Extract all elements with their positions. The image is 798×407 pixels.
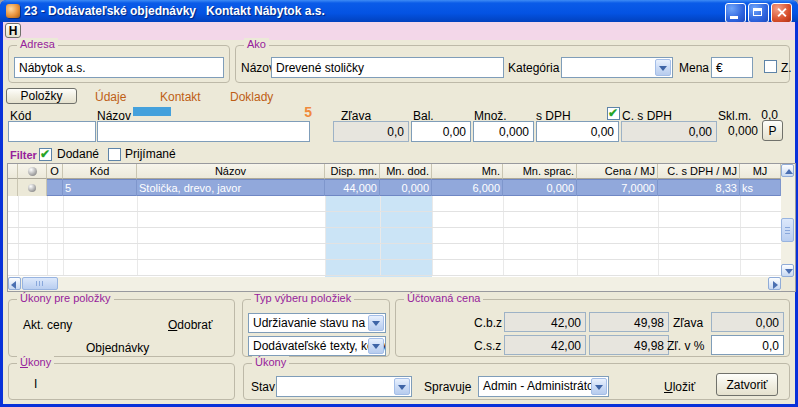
scroll-left-button[interactable] [8, 277, 21, 290]
col-nazov[interactable]: Názov [137, 164, 325, 179]
row-indicator-header[interactable] [8, 164, 18, 179]
vertical-scrollbar[interactable] [781, 164, 795, 277]
col-o[interactable]: O [47, 164, 63, 179]
maximize-button[interactable] [748, 3, 769, 23]
bal-field[interactable]: 0,00 [411, 121, 471, 142]
cell-kod: 5 [63, 179, 137, 196]
app-icon [6, 4, 20, 18]
scroll-right-button[interactable] [768, 277, 781, 290]
col-mn[interactable]: Mn. [432, 164, 503, 179]
sklm-label: Skl.m. [718, 109, 751, 123]
scroll-right-icon [773, 281, 778, 289]
cell-mn-dod: 0,000 [380, 179, 432, 196]
cell-nazov: Stolička, drevo, javor [137, 179, 325, 196]
col-kod[interactable]: Kód [63, 164, 137, 179]
prijimane-label: Prijímané [125, 147, 176, 161]
scroll-up-button[interactable] [781, 164, 794, 177]
tab-polozky[interactable]: Položky [6, 88, 77, 104]
text-cursor: I [34, 377, 37, 391]
tab-kontakt[interactable]: Kontakt [160, 90, 201, 104]
dodane-checkbox[interactable] [39, 148, 52, 161]
window-title: 23 - Dodávateľské objednávky Kontakt Náb… [24, 4, 325, 18]
objednavky-action[interactable]: Objednávky [86, 341, 149, 355]
ukony-polozky-group: Úkony pre položky Akt. ceny Odobrať Obje… [8, 299, 235, 357]
kod-input[interactable] [8, 121, 96, 142]
items-grid: O Kód Názov Disp. mn. Mn. dod. Mn. Mn. s… [7, 163, 796, 292]
nazov-input-entry[interactable] [97, 121, 310, 142]
zl-pct-label: Zľ. v % [667, 339, 705, 353]
csz-field-1: 42,00 [504, 335, 586, 355]
filter-label: Filter [10, 149, 37, 161]
uctovana-cena-label: Účtovaná cena [404, 292, 483, 304]
scroll-up-icon [785, 169, 793, 174]
ukony-right-label: Úkony [252, 356, 289, 368]
col-cena-mj[interactable]: Cena / MJ [577, 164, 658, 179]
supplier-texts-dropdown[interactable]: Dodávateľské texty, kódy [248, 336, 386, 356]
tab-udaje[interactable]: Údaje [95, 90, 126, 104]
mnoz-field[interactable]: 0,000 [473, 121, 534, 142]
typ-vyberu-group: Typ výberu položiek Udržiavanie stavu na… [242, 299, 390, 357]
col-mn-sprac[interactable]: Mn. sprac. [503, 164, 577, 179]
scrollbar-corner [781, 277, 795, 291]
vertical-scroll-thumb[interactable] [781, 218, 794, 242]
col-mj[interactable]: MJ [740, 164, 781, 179]
ukony-polozky-label: Úkony pre položky [17, 292, 114, 304]
horizontal-scroll-thumb[interactable] [22, 277, 58, 290]
stav-dropdown[interactable] [276, 376, 412, 397]
app-window: 23 - Dodávateľské objednávky Kontakt Náb… [0, 0, 798, 407]
zlava-field: 0,0 [333, 121, 409, 142]
cell-mn-sprac: 0,000 [503, 179, 577, 196]
zatvorit-button[interactable]: Zatvoriť [716, 373, 778, 396]
balloon-icon [28, 167, 37, 176]
sklm-value: 0,000 [712, 124, 758, 138]
z-checkbox[interactable] [764, 60, 777, 73]
adresa-group: Adresa Nábytok a.s. [8, 45, 230, 83]
col-disp-mn[interactable]: Disp. mn. [325, 164, 380, 179]
kategoria-label: Kategória [508, 61, 559, 75]
row-balloon-cell [18, 179, 47, 196]
col-c-s-dph-mj[interactable]: C. s DPH / MJ [658, 164, 740, 179]
cell-disp-mn: 44,000 [325, 179, 380, 196]
cell-cena-mj: 7,0000 [577, 179, 658, 196]
stock-mode-dropdown[interactable]: Udržiavanie stavu na skl [248, 313, 386, 333]
ako-group-label: Ako [244, 38, 269, 50]
sdph-field[interactable]: 0,00 [536, 121, 619, 142]
table-row[interactable]: 5 Stolička, drevo, javor 44,000 0,000 6,… [8, 179, 781, 196]
horizontal-scrollbar[interactable] [8, 277, 781, 291]
minimize-button[interactable] [725, 3, 746, 23]
cbz-label: C.b.z [474, 316, 502, 330]
odobrat-action[interactable]: Odobrať [168, 318, 213, 332]
maximize-icon [753, 8, 762, 16]
close-icon [776, 7, 787, 18]
ulozit-action[interactable]: Uložiť [664, 380, 695, 394]
adresa-input[interactable]: Nábytok a.s. [14, 57, 224, 78]
ako-group: Ako Názov Drevené stoličky Kategória Men… [235, 45, 790, 83]
items-table: O Kód Názov Disp. mn. Mn. dod. Mn. Mn. s… [8, 164, 781, 277]
balloon-icon [28, 184, 36, 192]
mena-input[interactable]: € [711, 57, 753, 78]
table-header: O Kód Názov Disp. mn. Mn. dod. Mn. Mn. s… [8, 164, 781, 179]
typ-vyberu-label: Typ výberu položiek [251, 292, 354, 304]
nazov-label: Názov [241, 61, 275, 75]
p-button[interactable]: P [762, 120, 783, 141]
kategoria-dropdown[interactable] [561, 57, 673, 78]
ukony-left-group: Úkony I [8, 363, 235, 400]
mena-label: Mena [679, 61, 709, 75]
zl-pct-input[interactable]: 0,0 [711, 335, 784, 355]
cell-mn: 6,000 [432, 179, 503, 196]
zlava-total-label: Zľava [673, 316, 703, 330]
nazov-input[interactable]: Drevené stoličky [271, 57, 504, 78]
h-button[interactable]: H [5, 23, 21, 38]
col-mn-dod[interactable]: Mn. dod. [380, 164, 432, 179]
scroll-down-button[interactable] [781, 264, 794, 277]
toolbar-strip: H [3, 22, 795, 40]
spravuje-dropdown[interactable]: Admin - Administrátor [478, 376, 609, 397]
prijimane-checkbox[interactable] [108, 148, 121, 161]
balloon-header[interactable] [18, 164, 47, 179]
dodane-label: Dodané [57, 147, 99, 161]
sdph-checkbox[interactable] [607, 107, 620, 120]
akt-ceny-action[interactable]: Akt. ceny [23, 318, 72, 332]
tab-doklady[interactable]: Doklady [230, 90, 273, 104]
close-button[interactable] [771, 3, 792, 23]
scroll-left-icon [11, 281, 16, 289]
